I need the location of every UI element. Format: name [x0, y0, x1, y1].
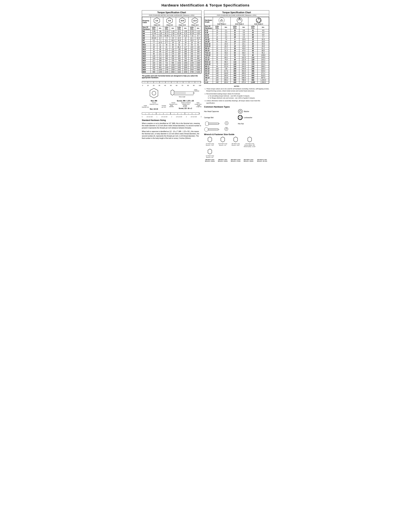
mm-ruler [142, 79, 201, 84]
carriage-bolt-illustration [204, 127, 269, 132]
wrench-label-5: 1/2" Bolt or NutWrench—3/4" [204, 155, 216, 158]
svg-marker-200 [218, 129, 219, 130]
left-table-row: M3043559099513501401190016812280 [142, 64, 201, 66]
svg-text:8.8: 8.8 [168, 20, 171, 22]
left-table-row: M242172954973757089608401140 [142, 60, 201, 62]
left-table-row: M526.42.5060.965.755.978.107.159.7 [142, 35, 201, 37]
size-col-header-row: Size OfHardware in/lbsft/lbs Nm. in/lbsf… [142, 26, 201, 30]
left-table-row: M87.710.517.72425342940 [142, 42, 201, 44]
inch-ruler: 0 1/4 1/2 3/4 1 1/4 1/2 3/4 2 1/4 1/2 3/… [142, 111, 201, 117]
svg-marker-205 [208, 137, 212, 142]
left-table-row: M33590800134918301902258022783090 [142, 66, 201, 69]
no-marks-icon: NoMarks [219, 17, 224, 23]
wrench-title: Wrench & Fastener Size Guide [204, 133, 269, 136]
wrench-item-3: 3/8" Bolt or NutWrench—9/16" [230, 137, 242, 147]
left-torque-table: PropertyClass 5.6 Class 5.6 8.8 Class 8.… [142, 17, 201, 73]
property-class-header: PropertyClass [142, 17, 151, 26]
right-table-row: 5/16-181115.01723.12534.0 [204, 43, 269, 45]
hardware-diagrams: Nut, M8 Thread Diameter (mm) InsideDiame… [142, 87, 201, 110]
wrench-hex-3 [233, 137, 239, 142]
nut-diagram: Nut, M8 Thread Diameter (mm) InsideDiame… [142, 87, 166, 110]
grade-2-label: SAE Grade 2 [217, 23, 226, 25]
sizing-para1: When a washer or nut is identified as 1/… [142, 122, 201, 129]
col-h2: Nm. [157, 26, 163, 30]
page-title: Hardware Identification & Torque Specifi… [142, 3, 269, 7]
left-table-body: M35.88.5613.441.2819.21.8022.922.15M413.… [142, 30, 201, 73]
right-table-row: 7/16-143040.85068.07095.2 [204, 52, 269, 54]
screw-bottom-label: Screw, 1/2- 16 x 2 [169, 107, 201, 109]
hw-washer: Washer [238, 109, 269, 114]
left-table-row: M166488147200210285250340 [142, 51, 201, 53]
wrench-item-m6: M6 Bolt or NutWrench—10mm [204, 159, 216, 162]
note-3: Unless otherwise noted on assembly drawi… [206, 100, 269, 104]
right-table-row: 1/2-205574.890122.4120163.2 [204, 59, 269, 61]
screw-svg: Body Diameter Body Length [169, 87, 201, 99]
wrench-fastener-section: Wrench & Fastener Size Guide 1/4" Bolt o… [204, 133, 269, 162]
col-h4: Nm. [170, 26, 176, 30]
right-table-row: 10-32313.5495.5687.7 [204, 36, 269, 38]
lockwasher-icon [238, 115, 243, 120]
left-table-row: M413.441.2830.722.9043.444.1052.564.95 [142, 33, 201, 35]
svg-point-166 [240, 117, 241, 118]
screw-label: Screw, M8- 1.25 x 25 [169, 100, 201, 102]
right-table-row: 5/8-1190122.4150204.0220299.2 [204, 66, 269, 68]
right-column: Torque Specification Chart FOR STANDARD … [204, 10, 269, 162]
common-hw-section: Common Hardware Types Hex Head Capscrew … [204, 105, 269, 132]
grade8-icon [256, 17, 262, 23]
right-table-row: 3/8-162027.23040.84561.2 [204, 48, 269, 50]
left-table-row: M122636618386.2117103140 [142, 46, 201, 48]
left-table-row: M22169230390530559745656890 [142, 57, 201, 60]
grade-8-header: SAE Grade 8 [248, 17, 269, 25]
left-column: Torque Specification Chart FOR STANDARD … [142, 10, 201, 162]
right-table-row: 3/4-16180244.8300408.0420571.2 [204, 72, 269, 75]
carriage-bolt-label: Carriage Bolt [204, 117, 213, 118]
nut-sublabels: Thread Diameter (mm) InsideDiameter (in)… [142, 102, 166, 110]
svg-point-111 [152, 91, 156, 95]
svg-point-202 [225, 128, 227, 130]
wrench-hex-5 [207, 149, 213, 154]
hex-nut-label: Hex Nut [238, 123, 244, 125]
svg-text:Body: Body [195, 89, 197, 90]
col-h6: Nm. [182, 26, 188, 30]
sizing-title: Standard Hardware Sizing [142, 119, 201, 121]
right-table-row: 8-32192.1303.4414.6 [204, 29, 269, 32]
notes-list: These torque values are to be used for a… [204, 88, 269, 104]
sizing-para2: When bolt or capscrew is identified as 1… [142, 130, 201, 139]
left-table-row: M101521354850675981 [142, 44, 201, 46]
washer-icon [238, 109, 243, 114]
note-1: These torque values are to be used for a… [206, 88, 269, 92]
notes-title: NOTES [204, 85, 269, 87]
left-table-row: M399881340224930503163429037985150 [142, 71, 201, 73]
svg-text:Diameter: Diameter [195, 90, 199, 92]
grade-2-header: NoMarks SAE Grade 2 [213, 17, 231, 25]
right-table-row: 7/8-9140190.4400544.0600816.0 [204, 75, 269, 77]
wrench-item-m14: M14 Bolt or NutWrench—22 mm [256, 159, 269, 162]
class-88-header: 8.8 Class 8.8 [163, 17, 176, 26]
svg-marker-206 [221, 137, 225, 142]
right-table-row: 1/4-20667.6810.91216.3 [204, 38, 269, 41]
right-torque-chart: Torque Specification Chart FOR STANDARD … [204, 10, 269, 84]
right-table-row: 1/4-28768.61013.61419.0 [204, 41, 269, 43]
hw-hex-nut-label-row: Hex Nut [238, 121, 269, 126]
hw-carriage-bolt: Carriage Bolt [204, 115, 235, 120]
grade-header-row: HardwareGrade NoMarks SAE Grade 2 [204, 17, 269, 25]
svg-point-184 [226, 122, 227, 124]
hex-nut-on-bolt-svg [224, 121, 232, 126]
wrench-hex-4 [247, 137, 252, 142]
hw-capscrew-illustration [204, 121, 235, 126]
nut-bottom-label: Nut, 1/2-16 [142, 108, 166, 110]
class-129-header: 12.9 Class 12.9 [188, 17, 201, 26]
right-table-row: 7/8-14155210.8440598.4660897.6 [204, 77, 269, 79]
wrench-item-1: 1/4" Bolt or NutWrench—7/16" [204, 137, 216, 147]
inch-ruler-svg [142, 111, 200, 116]
notes-section: NOTES These torque values are to be used… [204, 85, 269, 104]
col-h5: in/lbsft/lbs [176, 26, 182, 30]
screw-sublabels: ThreadDiameter (mm) Distance betweenthre… [169, 102, 201, 109]
left-table-row: M144258101132136185162220 [142, 48, 201, 51]
svg-marker-167 [205, 122, 209, 126]
wrench-item-m8: M8 Bolt or NutWrench—13mm [217, 159, 229, 162]
screw-diagram: Body Diameter Body Length Screw, M8- 1.2… [169, 87, 201, 109]
property-class-row: PropertyClass 5.6 Class 5.6 8.8 Class 8.… [142, 17, 201, 26]
wrench-item-m10: M10 Bolt or NutWrench—17mm [230, 159, 242, 162]
nut-svg [148, 87, 160, 99]
